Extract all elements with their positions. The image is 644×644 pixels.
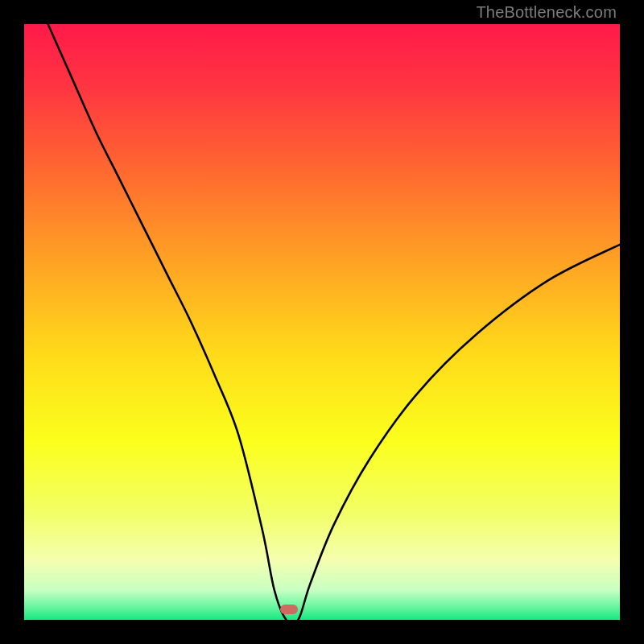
chart-frame: TheBottleneck.com (0, 0, 644, 644)
optimum-marker (280, 605, 298, 614)
bottleneck-curve (24, 24, 620, 620)
watermark-text: TheBottleneck.com (476, 3, 617, 22)
plot-area (24, 24, 620, 620)
